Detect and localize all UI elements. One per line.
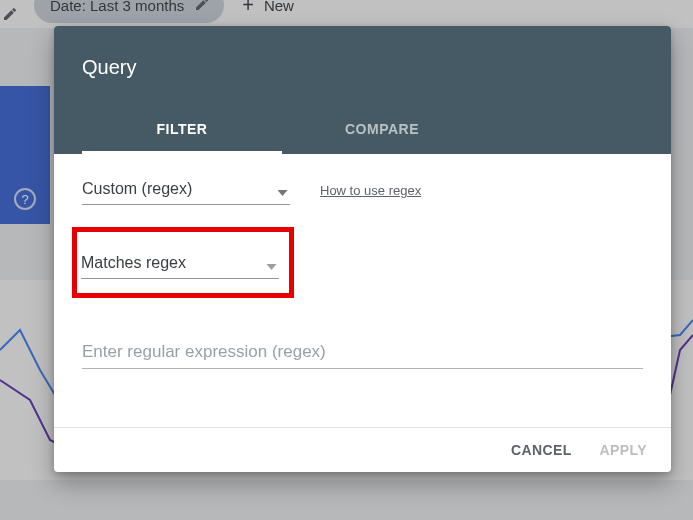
tab-compare[interactable]: COMPARE xyxy=(282,107,482,154)
dialog-tabs: FILTER COMPARE xyxy=(82,107,643,154)
regex-input-row xyxy=(82,336,643,369)
tab-filter[interactable]: FILTER xyxy=(82,107,282,154)
match-mode-row: Matches regex xyxy=(82,241,643,312)
regex-help-link[interactable]: How to use regex xyxy=(320,183,421,198)
regex-input[interactable] xyxy=(82,336,643,369)
dialog-footer: CANCEL APPLY xyxy=(54,427,671,472)
cancel-button[interactable]: CANCEL xyxy=(511,442,572,458)
annotation-highlight: Matches regex xyxy=(72,227,294,298)
query-dialog: Query FILTER COMPARE Custom (regex) How … xyxy=(54,26,671,472)
dialog-body: Custom (regex) How to use regex Matches … xyxy=(54,154,671,427)
apply-button[interactable]: APPLY xyxy=(600,442,647,458)
filter-type-row: Custom (regex) How to use regex xyxy=(82,176,643,205)
dialog-header: Query FILTER COMPARE xyxy=(54,26,671,154)
dialog-title: Query xyxy=(82,56,643,79)
match-mode-select[interactable]: Matches regex xyxy=(81,250,279,279)
filter-type-select[interactable]: Custom (regex) xyxy=(82,176,290,205)
